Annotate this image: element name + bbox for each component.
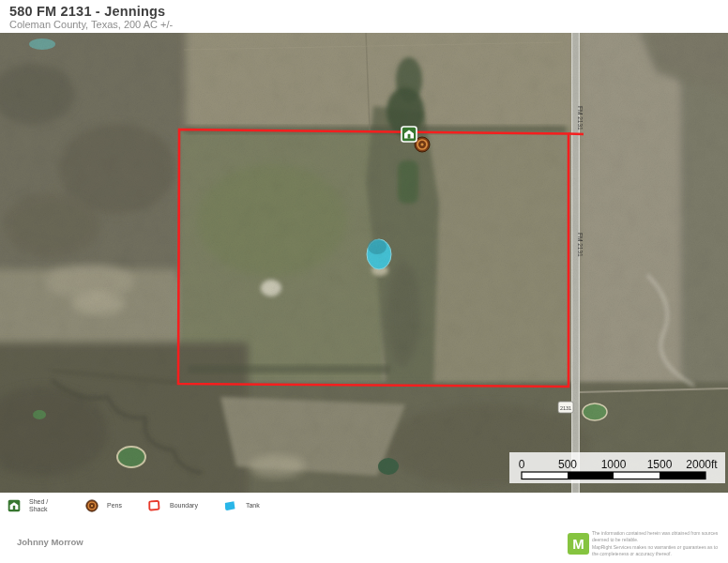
author-name: Johnny Morrow — [17, 537, 83, 547]
scalebar-label-500: 500 — [558, 458, 577, 471]
legend-item-pens: Pens — [85, 499, 122, 512]
legend-item-shed-shack: Shed / Shack — [8, 498, 61, 513]
page-title: 580 FM 2131 - Jennings — [9, 4, 165, 19]
legend-label: Boundary — [170, 502, 198, 510]
legend-label: Pens — [107, 502, 122, 510]
scalebar-label-0: 0 — [519, 458, 525, 471]
attribution-line-1: The information contained herein was obt… — [592, 530, 725, 543]
tank-legend-icon — [222, 499, 237, 512]
legend-label: Tank — [246, 502, 260, 510]
scalebar: 0 500 1000 1500 2000ft — [509, 452, 725, 483]
boundary-legend-icon — [146, 499, 161, 512]
legend-label: Shed / Shack — [29, 498, 61, 513]
shed-legend-icon — [8, 499, 21, 512]
aerial-map-svg: FM 2131 FM 2131 2131 — [0, 33, 728, 493]
legend-item-tank: Tank — [222, 499, 260, 512]
map-report-page: 580 FM 2131 - Jennings Coleman County, T… — [0, 0, 728, 563]
highway-shield-label: 2131 — [560, 405, 571, 411]
legend-item-boundary: Boundary — [146, 499, 198, 512]
attribution-text: The information contained herein was obt… — [592, 530, 725, 558]
mapright-logo: M — [568, 533, 589, 555]
header: 580 FM 2131 - Jennings Coleman County, T… — [0, 0, 728, 33]
shed-marker[interactable] — [402, 127, 417, 142]
attribution: M The information contained herein was o… — [568, 530, 725, 558]
page-subtitle: Coleman County, Texas, 200 AC +/- — [9, 19, 173, 30]
texture-fine — [0, 33, 728, 493]
scalebar-label-1500: 1500 — [647, 458, 673, 471]
attribution-line-2: MapRight Services makes no warranties or… — [592, 544, 725, 557]
scalebar-label-1000: 1000 — [601, 458, 627, 471]
legend-bar: Shed / Shack Pens Boundary Tank — [0, 493, 728, 519]
scalebar-label-2000ft: 2000ft — [686, 458, 718, 471]
map-canvas[interactable]: FM 2131 FM 2131 2131 — [0, 33, 728, 493]
highway-shield: 2131 — [558, 402, 573, 413]
pens-legend-icon — [85, 499, 99, 512]
